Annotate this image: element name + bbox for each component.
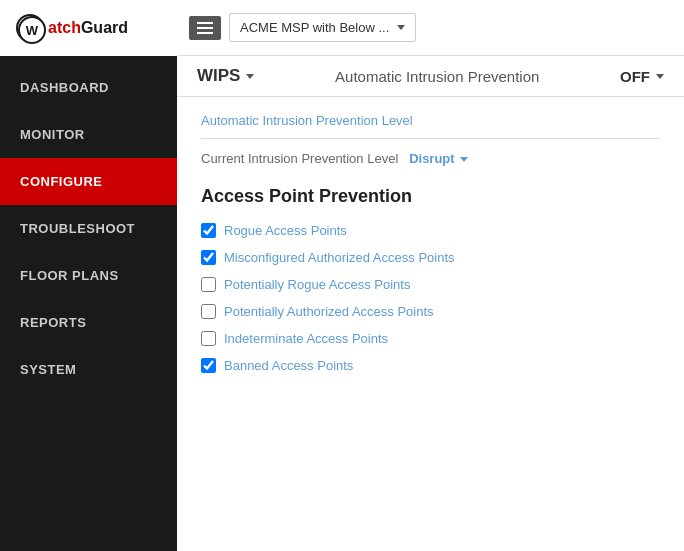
checkbox-item: Indeterminate Access Points xyxy=(201,331,660,346)
checkbox-item: Potentially Authorized Access Points xyxy=(201,304,660,319)
checkbox-3[interactable] xyxy=(201,304,216,319)
checkbox-label-3: Potentially Authorized Access Points xyxy=(224,304,434,319)
checkbox-1[interactable] xyxy=(201,250,216,265)
current-level-value[interactable]: Disrupt xyxy=(409,151,468,166)
sidebar-item-configure[interactable]: CONFIGURE xyxy=(0,158,177,205)
hamburger-button[interactable] xyxy=(189,16,221,40)
checkbox-2[interactable] xyxy=(201,277,216,292)
sidebar-item-dashboard[interactable]: DASHBOARD xyxy=(0,64,177,111)
checkbox-item: Rogue Access Points xyxy=(201,223,660,238)
current-level-label: Current Intrusion Prevention Level xyxy=(201,151,398,166)
toolbar: WIPS Automatic Intrusion Prevention OFF xyxy=(177,56,684,97)
checkbox-label-5: Banned Access Points xyxy=(224,358,353,373)
checkbox-item: Banned Access Points xyxy=(201,358,660,373)
checkbox-label-2: Potentially Rogue Access Points xyxy=(224,277,410,292)
checkbox-label-4: Indeterminate Access Points xyxy=(224,331,388,346)
sidebar-item-system[interactable]: SYSTEM xyxy=(0,346,177,393)
sidebar-item-troubleshoot[interactable]: TROUBLESHOOT xyxy=(0,205,177,252)
checkbox-list: Rogue Access PointsMisconfigured Authori… xyxy=(201,223,660,373)
checkbox-item: Potentially Rogue Access Points xyxy=(201,277,660,292)
sidebar: W atchWatchGuardGuard DASHBOARD MONITOR … xyxy=(0,0,177,551)
account-name: ACME MSP with Below ... xyxy=(240,20,389,35)
checkbox-item: Misconfigured Authorized Access Points xyxy=(201,250,660,265)
section-title: Automatic Intrusion Prevention Level xyxy=(201,113,660,139)
sidebar-item-monitor[interactable]: MONITOR xyxy=(0,111,177,158)
checkbox-0[interactable] xyxy=(201,223,216,238)
access-point-title: Access Point Prevention xyxy=(201,186,660,207)
checkbox-label-0: Rogue Access Points xyxy=(224,223,347,238)
status-chevron-icon xyxy=(656,74,664,79)
status-dropdown[interactable]: OFF xyxy=(620,68,664,85)
logo-text: atchWatchGuardGuard xyxy=(48,19,128,37)
status-label: OFF xyxy=(620,68,650,85)
topbar: ACME MSP with Below ... xyxy=(177,0,684,56)
checkbox-5[interactable] xyxy=(201,358,216,373)
current-level: Current Intrusion Prevention Level Disru… xyxy=(201,151,660,166)
content-area: Automatic Intrusion Prevention Level Cur… xyxy=(177,97,684,551)
sidebar-nav: DASHBOARD MONITOR CONFIGURE TROUBLESHOOT… xyxy=(0,64,177,393)
current-level-chevron-icon xyxy=(460,157,468,162)
wips-chevron-icon xyxy=(246,74,254,79)
main-area: ACME MSP with Below ... WIPS Automatic I… xyxy=(177,0,684,551)
logo: W atchWatchGuardGuard xyxy=(0,0,177,56)
access-point-section: Access Point Prevention Rogue Access Poi… xyxy=(201,186,660,373)
wips-label: WIPS xyxy=(197,66,240,86)
logo-icon: W xyxy=(16,14,44,42)
account-selector-chevron-icon xyxy=(397,25,405,30)
sidebar-item-reports[interactable]: REPORTS xyxy=(0,299,177,346)
svg-text:W: W xyxy=(26,23,39,38)
current-level-value-text: Disrupt xyxy=(409,151,455,166)
wips-dropdown[interactable]: WIPS xyxy=(197,66,254,86)
account-selector[interactable]: ACME MSP with Below ... xyxy=(229,13,416,42)
toolbar-page-title: Automatic Intrusion Prevention xyxy=(254,68,620,85)
checkbox-label-1: Misconfigured Authorized Access Points xyxy=(224,250,455,265)
checkbox-4[interactable] xyxy=(201,331,216,346)
sidebar-item-floor-plans[interactable]: FLOOR PLANS xyxy=(0,252,177,299)
